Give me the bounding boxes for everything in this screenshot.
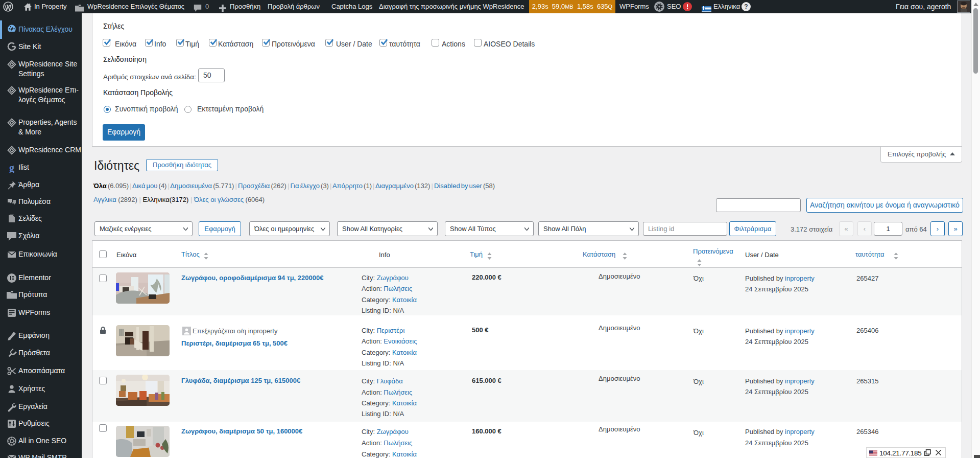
- svg-text:?: ?: [744, 3, 748, 10]
- svg-text:g: g: [9, 163, 14, 173]
